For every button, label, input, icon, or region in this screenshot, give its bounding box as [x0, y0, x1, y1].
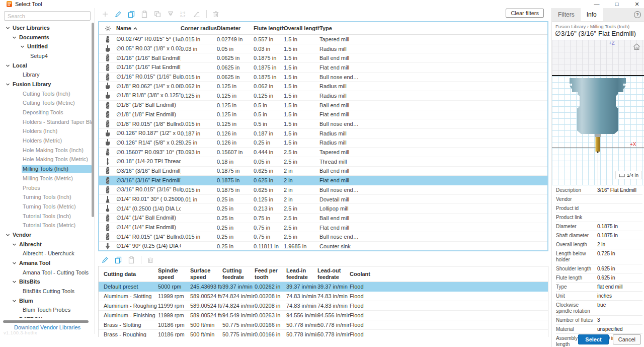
tool-row[interactable]: ∅0.05" R0.03" (1/8" x 0.030" R…0.03 in0.… [99, 44, 547, 54]
column-header-surface-speed[interactable]: Surface speed [190, 267, 222, 280]
tree-item-tutorial-tools-metric[interactable]: Tutorial Tools (Metric) [0, 221, 92, 230]
tree-item-holders-inch[interactable]: Holders (Inch) [0, 127, 92, 136]
tree-item-untitled[interactable]: Untitled [0, 42, 92, 51]
tool-row[interactable]: ∅1/8" R1/8" (3/8" x 0.125" Radi…0.125 in… [99, 91, 547, 101]
column-header-spindle-speed[interactable]: Spindle speed [158, 267, 190, 280]
tree-item-albrecht-uberchuck[interactable]: Albrecht - Uberchuck [0, 249, 92, 259]
tree-item-cutting-tools-metric[interactable]: Cutting Tools (Metric) [0, 99, 92, 108]
column-header-corner-radius[interactable]: Corner radius [181, 25, 217, 31]
cutting-preset-row[interactable]: Brass - Slotting10186 rpm500 ft/min50.77… [99, 320, 548, 330]
holder-presets-icon[interactable] [166, 10, 175, 19]
tree-item-turning-tools-metric[interactable]: Turning Tools (Metric) [0, 202, 92, 212]
edit-icon[interactable] [101, 256, 109, 264]
tool-row[interactable]: ∅1/8" R0.062" (1/4" x 0.062" R…0.062 in0… [99, 82, 547, 91]
column-header-coolant[interactable]: Coolant [350, 271, 548, 277]
tool-row[interactable]: ∅3/16" (3/16" Flat Endmill)0.1875 in0.62… [99, 176, 547, 185]
tool-row[interactable]: ∅1/4" R0.015" (1/4" Bullnose E…0.015 in0… [99, 232, 547, 242]
column-header-lead-out-feedrate[interactable]: Lead-out feedrate [317, 267, 350, 280]
tree-horizontal-scrollbar[interactable] [3, 320, 89, 323]
paste-icon[interactable] [140, 10, 148, 19]
chevron-down-icon[interactable] [12, 35, 17, 40]
tree-item-tutorial-tools-inch[interactable]: Tutorial Tools (Inch) [0, 212, 92, 221]
column-header-name[interactable]: Name [116, 25, 181, 31]
tree-item-hole-making-tools-metric[interactable]: Hole Making Tools (Metric) [0, 155, 92, 165]
tool-row[interactable]: ∅0.18" (1/4-20 TPI Thread Mill)0.18 in0.… [99, 157, 547, 167]
tree-item-user-libraries[interactable]: User Libraries [0, 23, 92, 33]
tool-row[interactable]: ∅1/16" R0.015" (1/16" Bullnose …0.015 in… [99, 73, 547, 82]
tree-item-amana-tool-cutting-tools[interactable]: Amana Tool - Cutting Tools [0, 268, 92, 277]
column-header-flute-length[interactable]: Flute length [254, 25, 284, 31]
tool-row[interactable]: ∅0.126" R1/4" (5/8" x 0.250" Ra…0.25 in0… [99, 138, 547, 148]
tab-filters[interactable]: Filters [552, 8, 581, 21]
tool-row[interactable]: ∅1/4" 90° (0.25 (1/4) DIA Coun…0.25 in0.… [99, 242, 547, 251]
tab-info[interactable]: Info [581, 8, 603, 21]
column-header-overall-length[interactable]: Overall length [284, 25, 319, 31]
tree-item-albrecht[interactable]: Albrecht [0, 240, 92, 249]
tree-item-blum[interactable]: Blum [0, 296, 92, 306]
tree-item-bitsbits-cutting-tools[interactable]: BitsBits Cutting Tools [0, 287, 92, 296]
tool-row[interactable]: ∅1/4" (1/4" Flat Endmill)0.25 in0.75 in2… [99, 223, 547, 233]
tree-item-holders-standard-taper-blanks[interactable]: Holders - Standard Taper Blanks [0, 117, 92, 127]
tool-row[interactable]: ∅1/8" (1/8" Flat Endmill)0.125 in0.5 in1… [99, 110, 547, 120]
compensation-icon[interactable] [192, 10, 201, 19]
tree-item-library[interactable]: Library [0, 70, 92, 80]
tree-item-probes[interactable]: Probes [0, 183, 92, 193]
tool-row[interactable]: ∅0.02749" R0.015" 5° (Tapered…0.015 in0.… [99, 35, 547, 44]
cutting-preset-row[interactable]: Default preset5000 rpm245.43693 ft/…39.3… [99, 282, 548, 292]
tree-item-datron[interactable]: DATRON [0, 315, 92, 318]
column-header-type[interactable]: Type [319, 25, 547, 31]
tool-row[interactable]: ∅1/4" (1/4" Ball Endmill)0.25 in0.75 in2… [99, 214, 547, 223]
chevron-down-icon[interactable] [12, 261, 17, 265]
tree-item-hole-making-tools-inch[interactable]: Hole Making Tools (Inch) [0, 146, 92, 155]
chevron-down-icon[interactable] [12, 317, 17, 318]
tree-item-documents[interactable]: Documents [0, 33, 92, 42]
tree-item-milling-tools-metric[interactable]: Milling Tools (Metric) [0, 174, 92, 183]
column-settings-gear-icon[interactable] [99, 25, 116, 32]
column-header-cutting-data[interactable]: Cutting data [99, 271, 158, 277]
cutting-preset-row[interactable]: Brass - Roughing10186 rpm500 ft/min50.77… [99, 330, 548, 337]
chevron-down-icon[interactable] [6, 63, 11, 68]
delete-icon[interactable] [211, 10, 220, 19]
tool-row[interactable]: ∅1/16" (1/16" Ball Endmill)0.0625 in0.18… [99, 53, 547, 63]
search-input[interactable] [4, 11, 91, 21]
cutting-preset-row[interactable]: Aluminum - Roughing11999 rpm589.00524 ft… [99, 301, 548, 311]
tree-item-cutting-tools-inch[interactable]: Cutting Tools (Inch) [0, 89, 92, 99]
add-icon[interactable] [101, 10, 109, 19]
duplicate-icon[interactable] [153, 10, 162, 19]
tree-vertical-scrollbar[interactable] [92, 23, 94, 217]
chevron-down-icon[interactable] [6, 26, 11, 30]
paste-icon[interactable] [127, 256, 135, 264]
column-header-cutting-feedrate[interactable]: Cutting feedrate [222, 267, 255, 280]
maximize-icon[interactable]: □ [613, 0, 621, 8]
tree-item-local[interactable]: Local [0, 61, 92, 71]
column-header-feed-per-tooth[interactable]: Feed per tooth [255, 267, 286, 280]
tree-item-milling-tools-inch[interactable]: Milling Tools (Inch) [0, 164, 92, 174]
tool-row[interactable]: ∅3/16" (3/16" Ball Endmill)0.1875 in0.62… [99, 167, 547, 176]
tool-row[interactable]: ∅1/16" (1/16" Flat Endmill)0.0625 in0.18… [99, 63, 547, 73]
tree-item-turning-tools-inch[interactable]: Turning Tools (Inch) [0, 192, 92, 202]
close-icon[interactable]: ✕ [633, 0, 641, 8]
cancel-button[interactable]: Cancel [613, 334, 641, 344]
chevron-down-icon[interactable] [12, 299, 17, 303]
delete-icon[interactable] [146, 256, 154, 264]
home-view-icon[interactable] [633, 43, 640, 51]
minimize-icon[interactable]: — [593, 0, 601, 8]
tool-row[interactable]: ∅1/8" R0.015" (1/8" Bullnose E…0.015 in0… [99, 119, 547, 129]
tree-item-setup4[interactable]: Setup4 [0, 51, 92, 61]
tool-row[interactable]: ∅0.15607" R0.093" 10° (Tapere…0.093 in0.… [99, 148, 547, 157]
tool-preview-viewport[interactable]: +Z +X 1/4 in [552, 40, 644, 185]
copy-icon[interactable] [114, 256, 122, 264]
tree-item-bitsbits[interactable]: BitsBits [0, 277, 92, 287]
tree-item-vendor[interactable]: Vendor [0, 230, 92, 240]
select-button[interactable]: Select [578, 334, 608, 344]
edit-icon[interactable] [114, 10, 122, 19]
tree-item-fusion-library[interactable]: Fusion Library [0, 80, 92, 89]
tool-row[interactable]: ∅0.126" R0.187" (1/2" x 0.187" …0.187 in… [99, 129, 547, 138]
chevron-down-icon[interactable] [12, 280, 17, 284]
renumber-icon[interactable]: 1–62–7 [179, 10, 188, 19]
chevron-down-icon[interactable] [20, 44, 25, 49]
breadcrumb-fusion-library[interactable]: Fusion Library [555, 24, 586, 29]
tool-row[interactable]: ∅1/4" (0.2500 (1/4) DIA Lollipo…0.25 in0… [99, 204, 547, 214]
column-header-diameter[interactable]: Diameter [217, 25, 254, 31]
tool-row[interactable]: ∅3/16" R0.015" (3/16" Bullnose…0.015 in0… [99, 185, 547, 195]
